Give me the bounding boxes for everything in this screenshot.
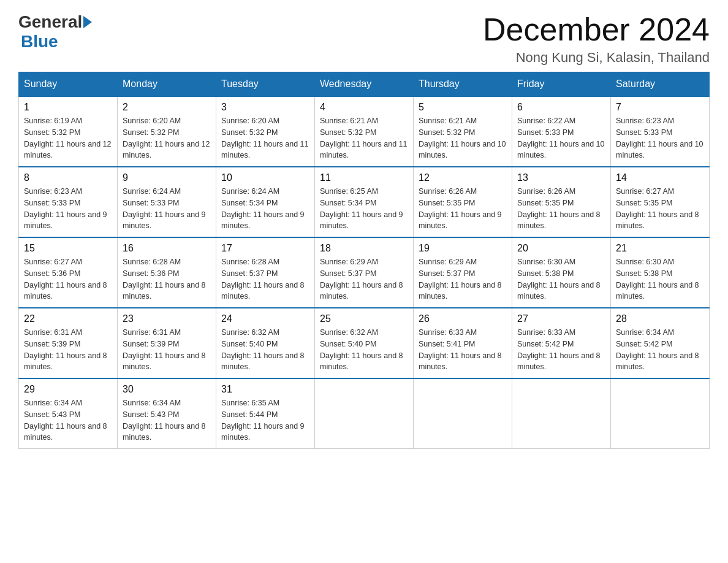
col-header-sunday: Sunday <box>19 72 118 97</box>
day-number: 20 <box>517 243 605 254</box>
col-header-monday: Monday <box>118 72 216 97</box>
calendar-week-row: 22 Sunrise: 6:31 AMSunset: 5:39 PMDaylig… <box>19 308 710 378</box>
day-info: Sunrise: 6:30 AMSunset: 5:38 PMDaylight:… <box>616 256 704 302</box>
table-row: 4 Sunrise: 6:21 AMSunset: 5:32 PMDayligh… <box>315 96 414 167</box>
table-row: 23 Sunrise: 6:31 AMSunset: 5:39 PMDaylig… <box>118 308 216 378</box>
day-info: Sunrise: 6:24 AMSunset: 5:34 PMDaylight:… <box>221 186 309 232</box>
logo: General Blue <box>18 12 93 52</box>
page-header: General Blue December 2024 Nong Kung Si,… <box>18 12 710 66</box>
table-row: 22 Sunrise: 6:31 AMSunset: 5:39 PMDaylig… <box>19 308 118 378</box>
table-row: 14 Sunrise: 6:27 AMSunset: 5:35 PMDaylig… <box>611 167 710 237</box>
table-row: 18 Sunrise: 6:29 AMSunset: 5:37 PMDaylig… <box>315 237 414 308</box>
logo-arrow-icon <box>83 16 92 28</box>
day-number: 1 <box>24 102 112 113</box>
table-row <box>512 378 611 449</box>
table-row: 1 Sunrise: 6:19 AMSunset: 5:32 PMDayligh… <box>19 96 118 167</box>
col-header-thursday: Thursday <box>414 72 512 97</box>
day-number: 10 <box>221 172 309 183</box>
day-number: 29 <box>24 384 112 395</box>
day-info: Sunrise: 6:28 AMSunset: 5:37 PMDaylight:… <box>221 256 309 302</box>
day-info: Sunrise: 6:26 AMSunset: 5:35 PMDaylight:… <box>517 186 605 232</box>
table-row: 19 Sunrise: 6:29 AMSunset: 5:37 PMDaylig… <box>414 237 512 308</box>
day-number: 22 <box>24 313 112 324</box>
table-row: 17 Sunrise: 6:28 AMSunset: 5:37 PMDaylig… <box>216 237 315 308</box>
day-info: Sunrise: 6:33 AMSunset: 5:41 PMDaylight:… <box>419 327 507 373</box>
day-number: 5 <box>419 102 507 113</box>
day-info: Sunrise: 6:28 AMSunset: 5:36 PMDaylight:… <box>123 256 211 302</box>
day-info: Sunrise: 6:29 AMSunset: 5:37 PMDaylight:… <box>419 256 507 302</box>
table-row: 9 Sunrise: 6:24 AMSunset: 5:33 PMDayligh… <box>118 167 216 237</box>
table-row: 13 Sunrise: 6:26 AMSunset: 5:35 PMDaylig… <box>512 167 611 237</box>
table-row: 20 Sunrise: 6:30 AMSunset: 5:38 PMDaylig… <box>512 237 611 308</box>
calendar-week-row: 29 Sunrise: 6:34 AMSunset: 5:43 PMDaylig… <box>19 378 710 449</box>
day-number: 9 <box>123 172 211 183</box>
day-number: 2 <box>123 102 211 113</box>
day-info: Sunrise: 6:34 AMSunset: 5:42 PMDaylight:… <box>616 327 704 373</box>
day-info: Sunrise: 6:30 AMSunset: 5:38 PMDaylight:… <box>517 256 605 302</box>
day-info: Sunrise: 6:34 AMSunset: 5:43 PMDaylight:… <box>24 397 112 443</box>
table-row: 8 Sunrise: 6:23 AMSunset: 5:33 PMDayligh… <box>19 167 118 237</box>
table-row: 27 Sunrise: 6:33 AMSunset: 5:42 PMDaylig… <box>512 308 611 378</box>
day-info: Sunrise: 6:19 AMSunset: 5:32 PMDaylight:… <box>24 115 112 161</box>
day-info: Sunrise: 6:27 AMSunset: 5:35 PMDaylight:… <box>616 186 704 232</box>
table-row: 12 Sunrise: 6:26 AMSunset: 5:35 PMDaylig… <box>414 167 512 237</box>
table-row: 5 Sunrise: 6:21 AMSunset: 5:32 PMDayligh… <box>414 96 512 167</box>
day-info: Sunrise: 6:34 AMSunset: 5:43 PMDaylight:… <box>123 397 211 443</box>
day-number: 30 <box>123 384 211 395</box>
table-row: 10 Sunrise: 6:24 AMSunset: 5:34 PMDaylig… <box>216 167 315 237</box>
month-title: December 2024 <box>483 12 710 47</box>
table-row: 7 Sunrise: 6:23 AMSunset: 5:33 PMDayligh… <box>611 96 710 167</box>
calendar-week-row: 15 Sunrise: 6:27 AMSunset: 5:36 PMDaylig… <box>19 237 710 308</box>
day-info: Sunrise: 6:29 AMSunset: 5:37 PMDaylight:… <box>320 256 408 302</box>
day-number: 3 <box>221 102 309 113</box>
calendar-header-row: Sunday Monday Tuesday Wednesday Thursday… <box>19 72 710 97</box>
logo-general-text: General <box>18 12 82 32</box>
day-info: Sunrise: 6:32 AMSunset: 5:40 PMDaylight:… <box>320 327 408 373</box>
col-header-tuesday: Tuesday <box>216 72 315 97</box>
calendar-table: Sunday Monday Tuesday Wednesday Thursday… <box>18 72 710 449</box>
table-row: 2 Sunrise: 6:20 AMSunset: 5:32 PMDayligh… <box>118 96 216 167</box>
day-number: 23 <box>123 313 211 324</box>
day-info: Sunrise: 6:35 AMSunset: 5:44 PMDaylight:… <box>221 397 309 443</box>
day-number: 19 <box>419 243 507 254</box>
table-row: 15 Sunrise: 6:27 AMSunset: 5:36 PMDaylig… <box>19 237 118 308</box>
day-number: 26 <box>419 313 507 324</box>
day-info: Sunrise: 6:32 AMSunset: 5:40 PMDaylight:… <box>221 327 309 373</box>
day-number: 13 <box>517 172 605 183</box>
day-number: 8 <box>24 172 112 183</box>
day-info: Sunrise: 6:20 AMSunset: 5:32 PMDaylight:… <box>123 115 211 161</box>
day-info: Sunrise: 6:23 AMSunset: 5:33 PMDaylight:… <box>616 115 704 161</box>
table-row: 26 Sunrise: 6:33 AMSunset: 5:41 PMDaylig… <box>414 308 512 378</box>
table-row: 11 Sunrise: 6:25 AMSunset: 5:34 PMDaylig… <box>315 167 414 237</box>
day-number: 16 <box>123 243 211 254</box>
day-info: Sunrise: 6:33 AMSunset: 5:42 PMDaylight:… <box>517 327 605 373</box>
table-row: 3 Sunrise: 6:20 AMSunset: 5:32 PMDayligh… <box>216 96 315 167</box>
calendar-week-row: 8 Sunrise: 6:23 AMSunset: 5:33 PMDayligh… <box>19 167 710 237</box>
day-info: Sunrise: 6:22 AMSunset: 5:33 PMDaylight:… <box>517 115 605 161</box>
col-header-wednesday: Wednesday <box>315 72 414 97</box>
table-row: 29 Sunrise: 6:34 AMSunset: 5:43 PMDaylig… <box>19 378 118 449</box>
day-number: 7 <box>616 102 704 113</box>
day-number: 28 <box>616 313 704 324</box>
table-row: 28 Sunrise: 6:34 AMSunset: 5:42 PMDaylig… <box>611 308 710 378</box>
table-row: 30 Sunrise: 6:34 AMSunset: 5:43 PMDaylig… <box>118 378 216 449</box>
day-number: 27 <box>517 313 605 324</box>
day-info: Sunrise: 6:20 AMSunset: 5:32 PMDaylight:… <box>221 115 309 161</box>
title-section: December 2024 Nong Kung Si, Kalasin, Tha… <box>483 12 710 66</box>
day-number: 14 <box>616 172 704 183</box>
day-info: Sunrise: 6:26 AMSunset: 5:35 PMDaylight:… <box>419 186 507 232</box>
table-row <box>611 378 710 449</box>
day-number: 4 <box>320 102 408 113</box>
day-info: Sunrise: 6:31 AMSunset: 5:39 PMDaylight:… <box>123 327 211 373</box>
calendar-week-row: 1 Sunrise: 6:19 AMSunset: 5:32 PMDayligh… <box>19 96 710 167</box>
day-number: 11 <box>320 172 408 183</box>
logo-blue-text: Blue <box>21 32 58 51</box>
day-number: 21 <box>616 243 704 254</box>
day-number: 17 <box>221 243 309 254</box>
table-row: 16 Sunrise: 6:28 AMSunset: 5:36 PMDaylig… <box>118 237 216 308</box>
day-info: Sunrise: 6:25 AMSunset: 5:34 PMDaylight:… <box>320 186 408 232</box>
table-row: 21 Sunrise: 6:30 AMSunset: 5:38 PMDaylig… <box>611 237 710 308</box>
col-header-saturday: Saturday <box>611 72 710 97</box>
table-row: 6 Sunrise: 6:22 AMSunset: 5:33 PMDayligh… <box>512 96 611 167</box>
col-header-friday: Friday <box>512 72 611 97</box>
